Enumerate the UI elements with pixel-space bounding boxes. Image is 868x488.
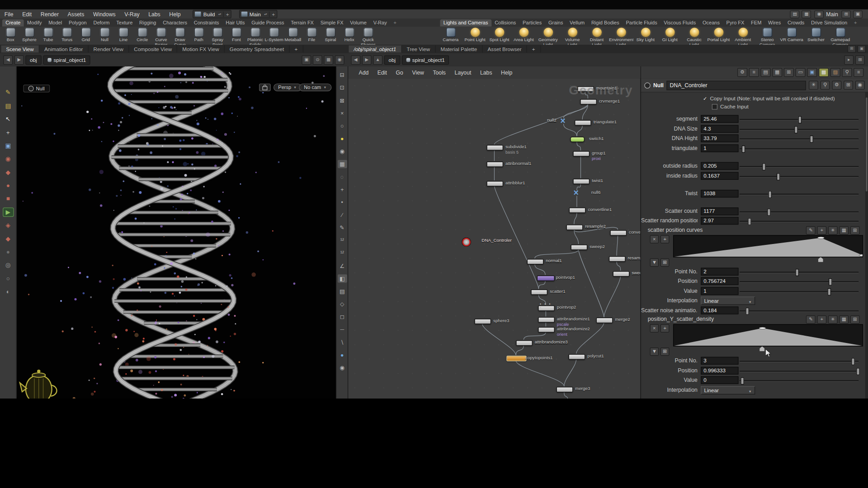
clear-icon[interactable]: × xyxy=(337,109,347,117)
node-normal1[interactable]: normal1 xyxy=(527,259,544,264)
tool-sky-light[interactable]: Sky Light xyxy=(633,27,658,47)
sliders-icon[interactable]: ≡ xyxy=(749,68,759,77)
param-value-field[interactable]: 0.205 xyxy=(701,162,738,170)
snapshot-icon[interactable]: ⊡ xyxy=(337,84,347,92)
tool-circle[interactable]: Circle xyxy=(133,27,152,47)
tool-point-light[interactable]: Point Light xyxy=(463,27,487,47)
pane-tab-animation-editor[interactable]: Animation Editor xyxy=(39,45,89,52)
node-dna-controler[interactable]: DNA_Controler xyxy=(462,238,470,246)
param-slider[interactable] xyxy=(740,119,859,121)
up-icon[interactable]: ▲ xyxy=(373,55,382,65)
param-select-interpolation[interactable]: Linear▼ xyxy=(701,296,755,305)
tool-metaball[interactable]: Metaball xyxy=(283,27,302,47)
desktop-main-group[interactable]: Main ▴▾ + xyxy=(239,10,277,18)
layout-icon[interactable]: ⊞ xyxy=(844,81,853,90)
node-resample2[interactable]: resample2 xyxy=(566,225,583,230)
node-merge2[interactable]: merge2 xyxy=(596,318,613,323)
light-icon[interactable]: ● xyxy=(337,135,347,143)
node-convertline1[interactable]: convertline1 xyxy=(569,207,586,213)
shelf-tab-grains[interactable]: Grains xyxy=(545,19,566,27)
tool-spiral[interactable]: Spiral xyxy=(321,27,340,47)
add-point-icon[interactable]: + xyxy=(817,226,826,234)
annotate-icon[interactable]: ✎ xyxy=(337,224,347,232)
frame-all-icon[interactable]: ▭ xyxy=(796,68,806,77)
color-flag-icon[interactable]: ▣ xyxy=(807,68,817,77)
radial-menu-selector[interactable]: ◉ Main xyxy=(815,10,838,18)
net-menu-view[interactable]: View xyxy=(408,68,429,76)
param-slider[interactable] xyxy=(740,221,859,223)
screens-icon[interactable]: ⊞ xyxy=(841,10,851,18)
tool-curve-bezier[interactable]: Curve Bezier xyxy=(152,27,171,47)
grid-snap-icon[interactable]: ▦ xyxy=(324,55,333,65)
mask-icon[interactable]: ◻ xyxy=(337,313,347,321)
net-menu-add[interactable]: Add xyxy=(354,68,373,76)
search-icon[interactable]: ⚲ xyxy=(842,68,852,77)
pane-tab-motion-fx-view[interactable]: Motion FX View xyxy=(177,45,225,52)
pane-maximize-icon[interactable]: ▣ xyxy=(858,45,866,52)
param-value-field[interactable]: 33.79 xyxy=(701,135,738,142)
back-icon[interactable]: ◀ xyxy=(351,55,360,65)
scatter-density-ramp[interactable]: ×+▼⊞ xyxy=(641,324,865,356)
material-icon[interactable]: ◇ xyxy=(337,300,347,308)
shelf-tab-particle-fluids[interactable]: Particle Fluids xyxy=(623,19,660,27)
shelf-tab-guide-process[interactable]: Guide Process xyxy=(248,19,288,27)
shelf-tab-lights-and-cameras[interactable]: Lights and Cameras xyxy=(440,19,491,27)
layout-icon[interactable]: ▤ xyxy=(790,10,800,18)
expand-ramp-icon[interactable]: ⊞ xyxy=(850,226,860,234)
camera-selector[interactable]: No cam▼ xyxy=(299,84,331,91)
node-twist1[interactable]: twist1 xyxy=(573,179,590,184)
node-sweep3[interactable]: sweep3 xyxy=(613,271,630,277)
bone-icon[interactable]: ◆ xyxy=(3,235,13,243)
shelf-tab-viscous-fluids[interactable]: Viscous Fluids xyxy=(660,19,699,27)
add-point-button[interactable]: + xyxy=(660,324,670,333)
menu-help[interactable]: Help xyxy=(165,10,185,18)
param-value-field[interactable]: 1 xyxy=(701,144,738,152)
menu-render[interactable]: Render xyxy=(36,10,63,18)
node-pointvop1[interactable]: pointvop1 xyxy=(537,276,555,281)
layout-icon[interactable]: ⊞ xyxy=(784,68,794,77)
pane-tab-asset-browser[interactable]: Asset Browser xyxy=(483,45,527,52)
param-value-field[interactable]: 0.996333 xyxy=(701,366,738,374)
palette-icon[interactable]: ▩ xyxy=(819,68,829,77)
pin-icon[interactable]: ◉ xyxy=(855,81,865,90)
lock-icon[interactable]: ▣ xyxy=(3,141,13,150)
texture-icon[interactable]: ▨ xyxy=(830,68,840,77)
fluid-icon[interactable]: ● xyxy=(337,351,347,359)
param-value-field[interactable]: 0.756724 xyxy=(701,277,738,285)
slider-thumb[interactable] xyxy=(768,191,771,198)
tool-portal-light[interactable]: Portal Light xyxy=(706,27,731,47)
param-slider[interactable] xyxy=(740,129,859,131)
tool-torus[interactable]: Torus xyxy=(57,27,76,47)
net-menu-edit[interactable]: Edit xyxy=(373,68,392,76)
menu-v-ray[interactable]: V-Ray xyxy=(120,10,144,18)
breadcrumb-root[interactable]: obj xyxy=(25,55,41,65)
ik-icon[interactable]: ● xyxy=(3,182,13,190)
slider-thumb[interactable] xyxy=(742,145,745,152)
param-slider[interactable] xyxy=(740,211,859,213)
shelf-tab-rigging[interactable]: Rigging xyxy=(136,19,160,27)
tool-line[interactable]: Line xyxy=(114,27,133,47)
edit-ramp-icon[interactable]: ✎ xyxy=(806,226,816,234)
cache-icon[interactable]: ● xyxy=(3,248,13,256)
param-slider[interactable] xyxy=(740,194,859,196)
shelf-tab-oceans[interactable]: Oceans xyxy=(699,19,723,27)
shelf-tab-pyro-fx[interactable]: Pyro FX xyxy=(723,19,748,27)
cache-input-checkbox[interactable]: Cache Input xyxy=(641,103,865,111)
node-resample3[interactable]: resample3 xyxy=(609,256,626,262)
geometry-icon[interactable]: ▦ xyxy=(337,160,347,168)
add-point-button[interactable]: + xyxy=(660,235,670,243)
param-value-field[interactable]: 25.46 xyxy=(701,115,738,123)
net-menu-go[interactable]: Go xyxy=(392,68,408,76)
ramp-sheet-button[interactable]: ⊞ xyxy=(660,258,670,266)
presets-icon[interactable]: ✳ xyxy=(828,226,838,234)
slider-thumb[interactable] xyxy=(856,368,859,375)
tool-draw-curve[interactable]: Draw Curve xyxy=(170,27,189,47)
spinner-icon[interactable]: ▴▾ xyxy=(218,13,221,15)
slider-thumb[interactable] xyxy=(794,126,797,133)
menu-icon[interactable]: ≡ xyxy=(854,68,863,77)
character-pick-icon[interactable]: ◉ xyxy=(335,55,344,65)
menu-file[interactable]: File xyxy=(0,10,18,18)
param-value-field[interactable]: 0.184 xyxy=(701,306,738,314)
tool-l-system[interactable]: L-System xyxy=(264,27,283,47)
desktop-icon[interactable]: ▦ xyxy=(802,10,811,18)
